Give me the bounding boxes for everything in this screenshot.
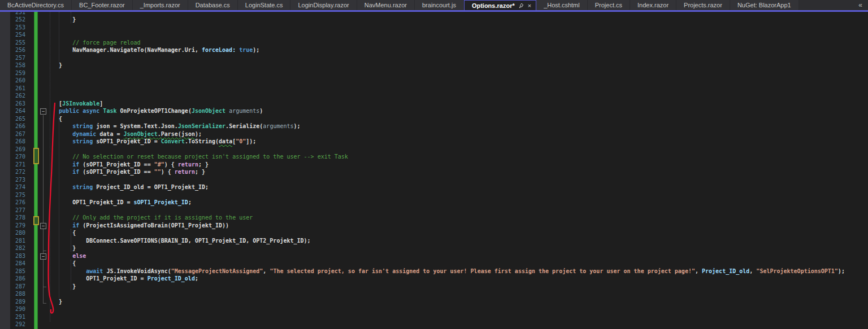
line-number: 263 [0, 100, 25, 108]
tab-overflow-chevron-icon[interactable]: « [853, 0, 868, 10]
tab-navmenu-razor[interactable]: NavMenu.razor [357, 0, 415, 10]
tab-spacer [799, 0, 853, 10]
line-content: if (ProjectIsAssignedToBrain(OPT1_Projek… [45, 222, 229, 229]
tab--imports-razor[interactable]: _Imports.razor [133, 0, 188, 10]
line-number: 277 [0, 207, 25, 214]
line-number: 285 [0, 267, 25, 275]
line-number: 291 [0, 313, 25, 321]
tab-label: Index.razor [637, 2, 669, 8]
line-number: 287 [0, 283, 25, 291]
tab-label: Options.razor* [472, 2, 515, 9]
code-line: 284 { [0, 260, 868, 267]
tab-projects-razor[interactable]: Projects.razor [676, 0, 730, 10]
close-icon[interactable]: × [528, 2, 531, 9]
code-line: 276 OPT1_Projekt_ID = sOPT1_Projekt_ID; [0, 199, 868, 207]
line-number: 261 [0, 85, 25, 93]
line-number: 255 [0, 39, 25, 47]
tab-label: Project.cs [595, 2, 622, 8]
code-line: 290 [0, 305, 868, 313]
code-line: 269 [0, 146, 868, 153]
code-line: 279 if (ProjectIsAssignedToBrain(OPT1_Pr… [0, 222, 868, 230]
code-line: 274 string Project_ID_old = OPT1_Projekt… [0, 183, 868, 191]
tab-bcactivedirectory-cs[interactable]: BcActiveDirectory.cs [0, 0, 72, 10]
code-line: 277 [0, 207, 868, 214]
line-number: 254 [0, 31, 25, 39]
code-line: 275 [0, 191, 868, 199]
line-content: // force page reload [45, 40, 141, 46]
line-number: 278 [0, 214, 25, 222]
line-content: { [45, 116, 62, 122]
tab-database-cs[interactable]: Database.cs [188, 0, 238, 10]
code-line: 254 [0, 31, 868, 39]
code-line: 251 [0, 12, 868, 16]
code-line: 266 string json = System.Text.Json.JsonS… [0, 122, 868, 130]
line-content: DBConnect.SaveOPTIONS(BRAIN_ID, OPT1_Pro… [45, 238, 311, 244]
line-content: string sOPT1_Projekt_ID = Convert.ToStri… [45, 138, 256, 144]
pin-icon[interactable] [519, 3, 524, 8]
code-line: 287 } [0, 283, 868, 291]
line-content: { [45, 260, 76, 266]
line-number: 292 [0, 321, 25, 328]
line-content: [JSInvokable] [45, 100, 103, 107]
tab-label: BcActiveDirectory.cs [7, 2, 64, 8]
code-line: 271 if (sOPT1_Projekt_ID == "#") { retur… [0, 161, 868, 169]
line-number: 264 [0, 107, 25, 115]
code-line: 278 // Only add the project if it is ass… [0, 214, 868, 222]
line-content: } [45, 245, 76, 251]
tab-project-cs[interactable]: Project.cs [588, 0, 630, 10]
line-content: string json = System.Text.Json.JsonSeria… [45, 123, 301, 129]
line-content: } [45, 299, 62, 305]
tab-logindisplay-razor[interactable]: LoginDisplay.razor [290, 0, 357, 10]
tab-label: NuGet: BlazorApp1 [737, 2, 791, 8]
tab-label: braincourt.js [422, 2, 456, 8]
line-number: 290 [0, 305, 25, 313]
line-number: 282 [0, 244, 25, 252]
line-number: 262 [0, 92, 25, 100]
tab-index-razor[interactable]: Index.razor [630, 0, 676, 10]
code-line: 255 // force page reload [0, 39, 868, 47]
code-line: 253 [0, 24, 868, 32]
tab--host-cshtml[interactable]: _Host.cshtml [536, 0, 588, 10]
line-content: } [45, 283, 76, 289]
collapse-region-button[interactable]: − [40, 108, 46, 115]
code-line: 281 DBConnect.SaveOPTIONS(BRAIN_ID, OPT1… [0, 237, 868, 245]
code-line: 282 } [0, 244, 868, 252]
line-number: 284 [0, 260, 25, 267]
code-editor[interactable]: 251252 }253254255 // force page reload25… [0, 12, 868, 329]
line-number: 267 [0, 130, 25, 138]
code-line: 270 // No selection or reset because pro… [0, 153, 868, 161]
collapse-region-button[interactable]: − [40, 253, 46, 260]
code-line: 264 public async Task OnProjekteOPT1Chan… [0, 107, 868, 115]
tab-loginstate-cs[interactable]: LoginState.cs [238, 0, 291, 10]
line-content: // No selection or reset because project… [45, 153, 348, 160]
line-number: 268 [0, 138, 25, 146]
collapse-region-button[interactable]: − [40, 223, 46, 229]
line-content: NavManager.NavigateTo(NavManager.Uri, fo… [45, 47, 259, 53]
line-number: 274 [0, 183, 25, 191]
line-content: { [45, 230, 76, 236]
line-number: 280 [0, 229, 25, 237]
code-line: 286 OPT1_Projekt_ID = Project_ID_old; [0, 275, 868, 283]
line-content: dynamic data = JsonObject.Parse(json); [45, 131, 202, 137]
line-content: } [45, 62, 62, 68]
code-line: 260 [0, 77, 868, 85]
line-number: 260 [0, 77, 25, 85]
tab-braincourt-js[interactable]: braincourt.js [415, 0, 464, 10]
line-number: 286 [0, 275, 25, 283]
line-number: 288 [0, 290, 25, 298]
line-number: 269 [0, 146, 25, 153]
tab-label: _Host.cshtml [544, 2, 580, 8]
modified-lines-marker [33, 216, 39, 225]
tab-bc-footer-razor[interactable]: BC_Footer.razor [72, 0, 133, 10]
tab-options-razor-[interactable]: Options.razor*× [464, 0, 536, 10]
line-content: else [45, 253, 86, 259]
code-line: 285 await JS.InvokeVoidAsync("MessagePro… [0, 267, 868, 275]
code-line: 273 [0, 176, 868, 184]
line-content: OPT1_Projekt_ID = sOPT1_Projekt_ID; [45, 199, 192, 205]
line-number: 275 [0, 191, 25, 199]
line-number: 253 [0, 24, 25, 32]
code-line: 265 { [0, 115, 868, 123]
tab-nuget-blazorapp1[interactable]: NuGet: BlazorApp1 [730, 0, 799, 10]
tab-label: _Imports.razor [140, 2, 180, 8]
line-content: // Only add the project if it is assigne… [45, 214, 253, 221]
